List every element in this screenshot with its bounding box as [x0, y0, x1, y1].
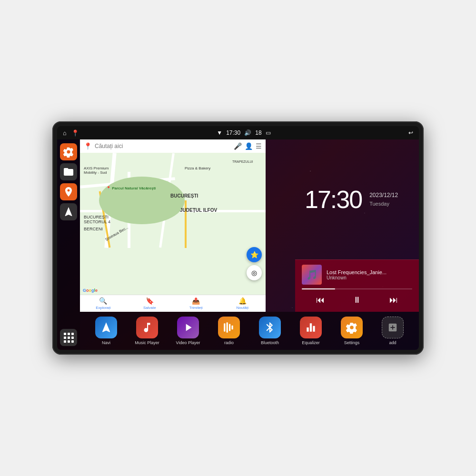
video-player-label: Video Player [176, 340, 200, 345]
map-footer-news-label: Noutăți [237, 306, 248, 310]
sidebar-map-btn[interactable] [60, 183, 77, 200]
map-status-icon[interactable]: 📍 [71, 129, 79, 137]
svg-rect-3 [231, 326, 233, 330]
map-label-sectorul: BUCUREȘTISECTORUL 4 [84, 215, 110, 224]
settings-label: Settings [344, 340, 360, 345]
map-search-bar[interactable]: 📍 🎤 👤 ☰ [80, 139, 266, 153]
music-info: 🎵 Lost Frequencies_Janie... Unknown [302, 265, 412, 285]
pause-button[interactable]: ⏸ [349, 293, 365, 307]
map-footer-saved[interactable]: 🔖 Salvate [127, 295, 173, 312]
map-location-fab[interactable]: ◎ [247, 265, 262, 280]
navi-icon [95, 317, 117, 338]
svg-rect-0 [224, 323, 225, 331]
video-player-icon [177, 317, 199, 338]
app-bluetooth[interactable]: Bluetooth [256, 317, 284, 345]
map-label-trap: TRAPEZULUI [232, 160, 253, 163]
map-footer-explore[interactable]: 🔍 Explorați [80, 295, 127, 312]
battery-icon: ▭ [266, 129, 271, 136]
map-search-input[interactable] [95, 143, 231, 149]
bluetooth-icon [259, 317, 281, 338]
status-center: ▼ 17:30 🔊 18 ▭ [217, 129, 270, 136]
menu-icon[interactable]: ☰ [256, 142, 262, 150]
right-panel: 17:30 2023/12/12 Tuesday 🎵 [295, 139, 419, 312]
map-footer-explore-label: Explorați [96, 306, 110, 310]
back-icon[interactable]: ↩ [408, 129, 413, 136]
clock-day-value: Tuesday [369, 200, 398, 208]
app-equalizer[interactable]: Equalizer [297, 317, 325, 345]
map-label-buc: BUCUREȘTI [170, 193, 198, 198]
google-logo: Google [83, 288, 98, 293]
music-player-icon [136, 317, 158, 338]
status-left-icons: ⌂ 📍 [63, 129, 79, 137]
mic-icon[interactable]: 🎤 [234, 142, 242, 150]
map-label-axis: AXIS PremiumMobility - Sud [84, 166, 109, 175]
main-content: 📍 🎤 👤 ☰ [57, 139, 419, 350]
map-label-jud: JUDEȚUL ILFOV [180, 208, 217, 213]
music-text: Lost Frequencies_Janie... Unknown [327, 269, 412, 280]
map-footer-news[interactable]: 🔔 Noutăți [219, 295, 266, 312]
map-container: 📍 🎤 👤 ☰ [80, 139, 419, 312]
grid-icon [64, 333, 74, 343]
music-progress-bar[interactable] [302, 288, 412, 289]
sidebar-grid-btn[interactable] [60, 329, 77, 346]
app-settings[interactable]: Settings [337, 317, 366, 345]
map-footer-send-label: Trimiteți [189, 306, 203, 310]
clock-panel: 17:30 2023/12/12 Tuesday [295, 139, 419, 259]
music-controls: ⏮ ⏸ ⏭ [302, 293, 412, 307]
volume-icon: 🔊 [244, 129, 251, 136]
map-star-fab[interactable]: ⭐ [247, 247, 262, 262]
map-footer: 🔍 Explorați 🔖 Salvate 📤 Trimiteți [80, 295, 266, 312]
map-label-berceni: BERCENI [84, 227, 103, 231]
status-right: ↩ [408, 129, 413, 136]
music-progress-fill [302, 288, 335, 289]
prev-button[interactable]: ⏮ [312, 293, 328, 307]
radio-icon [218, 317, 240, 338]
music-panel: 🎵 Lost Frequencies_Janie... Unknown [295, 259, 419, 312]
device: ⌂ 📍 ▼ 17:30 🔊 18 ▭ ↩ [52, 121, 424, 355]
map-background: AXIS PremiumMobility - Sud Pizza & Baker… [80, 153, 266, 295]
map-panel: 📍 🎤 👤 ☰ [80, 139, 266, 312]
map-footer-saved-label: Salvate [143, 306, 156, 310]
navi-label: Navi [102, 340, 110, 345]
sidebar-settings-btn[interactable] [60, 143, 77, 160]
app-music-player[interactable]: Music Player [133, 317, 161, 345]
map-label-pizza: Pizza & Bakery [185, 166, 210, 170]
status-bar: ⌂ 📍 ▼ 17:30 🔊 18 ▭ ↩ [57, 126, 419, 139]
album-art-image: 🎵 [302, 265, 322, 285]
music-artist: Unknown [327, 275, 412, 280]
app-add[interactable]: add [378, 317, 407, 345]
app-radio[interactable]: radio [215, 317, 243, 345]
app-navi[interactable]: Navi [92, 317, 120, 345]
status-time: 17:30 [226, 129, 240, 136]
album-art: 🎵 [302, 265, 322, 285]
map-label-parc: 📍 Parcul Natural Văcărești [106, 186, 156, 190]
left-sidebar [57, 139, 80, 350]
add-label: add [389, 340, 396, 345]
add-icon [382, 317, 404, 338]
music-player-label: Music Player [135, 340, 159, 345]
sidebar-nav-btn[interactable] [60, 203, 77, 220]
wifi-icon: ▼ [217, 129, 222, 136]
svg-rect-1 [227, 322, 228, 333]
map-viewport[interactable]: AXIS PremiumMobility - Sud Pizza & Baker… [80, 153, 266, 295]
app-grid: Navi Music Player [80, 312, 419, 350]
center-area: 📍 🎤 👤 ☰ [80, 139, 419, 350]
sidebar-file-btn[interactable] [60, 163, 77, 180]
equalizer-icon [300, 317, 322, 338]
bluetooth-label: Bluetooth [261, 340, 279, 345]
screen: 📍 🎤 👤 ☰ [57, 139, 419, 350]
google-maps-icon: 📍 [84, 142, 92, 150]
next-button[interactable]: ⏭ [386, 293, 402, 307]
map-search-actions: 🎤 👤 ☰ [234, 142, 262, 150]
home-icon[interactable]: ⌂ [63, 129, 67, 137]
account-icon[interactable]: 👤 [245, 142, 253, 150]
radio-label: radio [224, 340, 234, 345]
settings-icon [341, 317, 363, 338]
clock-time: 17:30 [305, 187, 362, 212]
svg-rect-2 [229, 324, 230, 331]
map-footer-send[interactable]: 📤 Trimiteți [173, 295, 219, 312]
battery-level: 18 [255, 129, 261, 136]
music-title: Lost Frequencies_Janie... [327, 269, 412, 275]
equalizer-label: Equalizer [302, 340, 320, 345]
app-video-player[interactable]: Video Player [174, 317, 202, 345]
